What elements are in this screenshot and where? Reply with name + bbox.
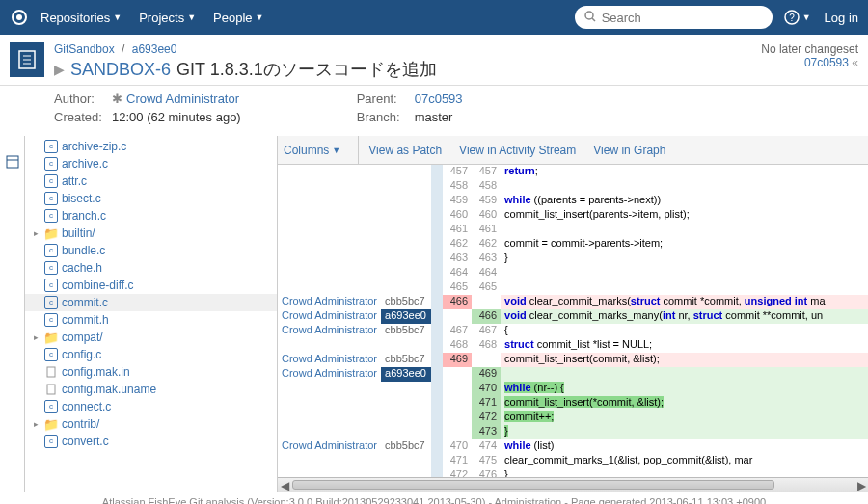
old-line-number xyxy=(443,411,472,425)
file-tree-item[interactable]: config.mak.in xyxy=(25,363,277,381)
view-activity-stream[interactable]: View in Activity Stream xyxy=(459,144,576,157)
code-line: struct commit_list *list = NULL; xyxy=(501,338,868,353)
c-file-icon: c xyxy=(44,244,58,257)
columns-dropdown[interactable]: Columns▼ xyxy=(284,144,340,157)
parent-link[interactable]: 07c0593 xyxy=(415,92,463,106)
file-tree-item[interactable]: cbundle.c xyxy=(25,242,277,259)
expand-icon[interactable]: ▶ xyxy=(54,62,65,77)
blame-author[interactable]: Crowd Administrator xyxy=(278,309,381,324)
nav-people[interactable]: People▼ xyxy=(213,11,263,25)
diff-row: Crowd Administratorcbb5bc7467467{ xyxy=(278,324,868,338)
file-tree-item[interactable]: config.mak.uname xyxy=(25,381,277,398)
old-line-number: 458 xyxy=(443,179,472,194)
breadcrumb-repo[interactable]: GitSandbox xyxy=(54,42,115,56)
file-tree-item[interactable]: ccommit.c xyxy=(25,294,277,311)
parent-rev-link[interactable]: 07c0593 xyxy=(804,56,849,69)
diff-row: Crowd Administratorcbb5bc7469 commit_lis… xyxy=(278,353,868,367)
author-link[interactable]: Crowd Administrator xyxy=(126,92,239,106)
file-tree-item[interactable]: ccache.h xyxy=(25,259,277,277)
blame-rev xyxy=(381,252,431,266)
code-line: commit_list_insert(*commit, &list); xyxy=(501,396,868,411)
new-line-number: 471 xyxy=(472,396,501,411)
blame-author[interactable]: Crowd Administrator xyxy=(278,324,381,338)
diff-row: 473 } xyxy=(278,425,868,439)
expand-icon[interactable]: ▸ xyxy=(31,419,41,429)
breadcrumb-rev[interactable]: a693ee0 xyxy=(132,42,177,56)
caret-down-icon: ▼ xyxy=(332,146,340,155)
horizontal-scrollbar[interactable]: ◀ ▶ xyxy=(278,477,868,492)
nav-projects[interactable]: Projects▼ xyxy=(139,11,196,25)
view-as-patch[interactable]: View as Patch xyxy=(368,144,442,157)
gutter xyxy=(431,309,443,324)
code-line xyxy=(501,179,868,194)
file-tree-item[interactable]: ▸📁compat/ xyxy=(25,329,277,346)
blame-author[interactable]: Crowd Administrator xyxy=(278,439,381,454)
old-line-number xyxy=(443,382,472,396)
file-tree-item[interactable]: ccombine-diff.c xyxy=(25,277,277,294)
help-menu[interactable]: ? ▼ xyxy=(784,10,811,25)
file-tree-item[interactable]: ccommit.h xyxy=(25,311,277,329)
svg-text:?: ? xyxy=(789,13,795,23)
blame-rev xyxy=(381,280,431,295)
blame-rev[interactable]: cbb5bc7 xyxy=(381,353,431,367)
blame-author[interactable]: Crowd Administrator xyxy=(278,367,381,382)
blame-author[interactable]: Crowd Administrator xyxy=(278,295,381,309)
scroll-right-icon[interactable]: ▶ xyxy=(854,479,868,492)
blame-rev[interactable]: cbb5bc7 xyxy=(381,439,431,454)
file-tree-item[interactable]: cbranch.c xyxy=(25,207,277,225)
issue-key[interactable]: SANDBOX-6 xyxy=(70,60,171,80)
diff-body[interactable]: 457457 return;458458459459 while ((paren… xyxy=(278,165,868,477)
c-file-icon: c xyxy=(44,209,58,223)
scrollbar-thumb[interactable] xyxy=(292,480,774,490)
blame-author xyxy=(278,425,381,439)
new-line-number: 458 xyxy=(472,179,501,194)
file-tree-item[interactable]: cbisect.c xyxy=(25,190,277,207)
file-tree-item[interactable]: cconvert.c xyxy=(25,433,277,450)
diff-row: 471475 clear_commit_marks_1(&list, pop_c… xyxy=(278,454,868,468)
blame-rev[interactable]: cbb5bc7 xyxy=(381,324,431,338)
app-logo-icon[interactable] xyxy=(10,8,29,27)
old-line-number: 463 xyxy=(443,252,472,266)
blame-rev[interactable]: a693ee0 xyxy=(381,367,431,382)
code-line: commit = commit->parents->item; xyxy=(501,237,868,252)
svg-rect-12 xyxy=(47,367,55,377)
file-tree-item[interactable]: carchive-zip.c xyxy=(25,138,277,155)
expand-icon[interactable]: ▸ xyxy=(31,228,41,238)
file-tree-item[interactable]: cattr.c xyxy=(25,172,277,190)
code-line: while (nr--) { xyxy=(501,382,868,396)
new-line-number: 466 xyxy=(472,309,501,324)
blame-author xyxy=(278,411,381,425)
gutter xyxy=(431,194,443,208)
view-in-graph[interactable]: View in Graph xyxy=(593,144,665,157)
blame-author[interactable]: Crowd Administrator xyxy=(278,353,381,367)
c-file-icon: c xyxy=(44,348,58,361)
blame-rev[interactable]: a693ee0 xyxy=(381,309,431,324)
file-tree-item[interactable]: carchive.c xyxy=(25,155,277,172)
caret-down-icon: ▼ xyxy=(187,13,196,22)
new-line-number: 469 xyxy=(472,367,501,382)
chevron-left-icon[interactable]: « xyxy=(852,56,858,69)
diff-row: 463463 } xyxy=(278,252,868,266)
login-link[interactable]: Log in xyxy=(825,11,858,25)
diff-row: 459459 while ((parents = parents->next)) xyxy=(278,194,868,208)
file-tree-item[interactable]: cconnect.c xyxy=(25,398,277,415)
rail-icon[interactable] xyxy=(6,158,19,172)
code-line: } xyxy=(501,468,868,477)
search-box[interactable] xyxy=(575,6,773,29)
nav-repositories[interactable]: Repositories▼ xyxy=(41,11,122,25)
diff-panel: Columns▼ View as Patch View in Activity … xyxy=(278,136,868,492)
diff-row: 460460 commit_list_insert(parents->item,… xyxy=(278,208,868,223)
blame-author xyxy=(278,179,381,194)
blame-rev[interactable]: cbb5bc7 xyxy=(381,295,431,309)
search-input[interactable] xyxy=(602,11,763,25)
file-tree-item[interactable]: ▸📁contrib/ xyxy=(25,415,277,433)
diff-toolbar: Columns▼ View as Patch View in Activity … xyxy=(278,136,868,165)
file-tree-item[interactable]: ▸📁builtin/ xyxy=(25,225,277,242)
scroll-left-icon[interactable]: ◀ xyxy=(278,479,291,492)
file-name: contrib/ xyxy=(62,417,99,431)
blame-author xyxy=(278,252,381,266)
expand-icon[interactable]: ▸ xyxy=(31,332,41,342)
code-line: clear_commit_marks_1(&list, pop_commit(&… xyxy=(501,454,868,468)
file-tree[interactable]: carchive-zip.ccarchive.ccattr.ccbisect.c… xyxy=(25,136,278,492)
file-tree-item[interactable]: cconfig.c xyxy=(25,346,277,363)
